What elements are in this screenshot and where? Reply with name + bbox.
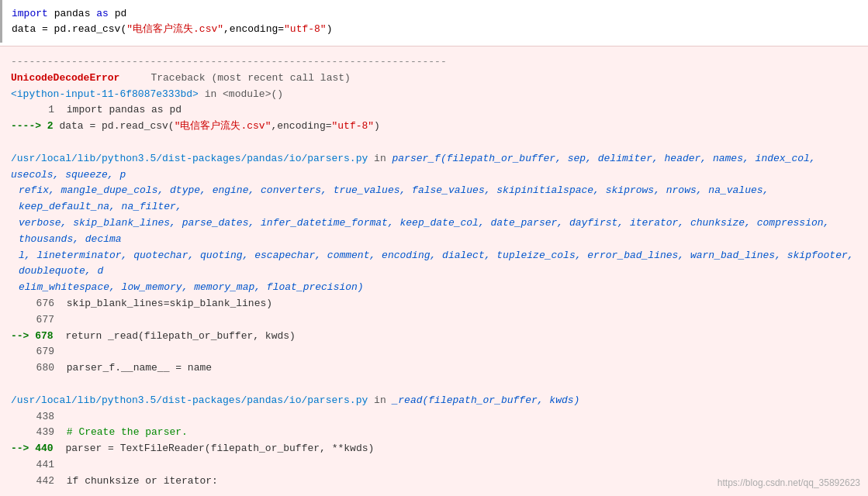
error-type: UnicodeDecodeError (11, 71, 119, 87)
file1-params-text4: elim_whitespace, low_memory, memory_map,… (19, 281, 364, 293)
code-text-2: pd (115, 8, 127, 19)
error-cell: ----------------------------------------… (0, 46, 868, 496)
code-text-3: data = pd.read_csv( (12, 23, 126, 35)
file1-params-text: refix, mangle_dupe_cols, dtype, engine, … (19, 184, 769, 212)
ln678-code: return _read(filepath_or_buffer, kwds) (65, 330, 295, 342)
file1-params-text3: l, lineterminator, quotechar, quoting, e… (19, 250, 854, 277)
string-enc: "utf-8" (284, 23, 327, 35)
ln442-code: if chunksize or iterator: (67, 475, 218, 487)
ln678-arrow: --> 678 (11, 330, 54, 342)
ln677: 677 (23, 312, 54, 329)
file1-params3: l, lineterminator, quotechar, quoting, e… (19, 248, 857, 281)
file1-680: 680 parser_f.__name__ = name (23, 360, 857, 377)
ln2-code: data = pd.read_csv("电信客户流失.csv",encoding… (59, 120, 379, 132)
ln440-arrow: --> 440 (11, 443, 54, 454)
keyword-import: import (12, 8, 48, 19)
code-text-4: ,encoding= (223, 23, 284, 35)
ln680: 680 (23, 360, 54, 377)
divider: ----------------------------------------… (11, 54, 857, 71)
ln439-code: # Create the parser. (67, 426, 188, 438)
traceback-label: Traceback (most recent call last) (150, 71, 350, 87)
code-text-5: ) (327, 23, 333, 35)
file1-ref: /usr/local/lib/python3.5/dist-packages/p… (11, 151, 857, 184)
tb-line2: ----> 2 data = pd.read_csv("电信客户流失.csv",… (11, 119, 857, 135)
ln440-code: parser = TextFileReader(filepath_or_buff… (65, 443, 374, 454)
error-header-line: UnicodeDecodeError Traceback (most recen… (11, 71, 857, 87)
ln676: 676 (23, 296, 54, 312)
tb-line1: 1 import pandas as pd (23, 102, 857, 119)
file2-438: 438 (23, 409, 857, 425)
input-ref-line: <ipython-input-11-6f8087e333bd> in <modu… (11, 87, 857, 103)
ln1-code: import pandas as pd (67, 104, 182, 115)
ln680-code: parser_f.__name__ = name (67, 362, 212, 374)
file1-params4: elim_whitespace, low_memory, memory_map,… (19, 280, 857, 296)
keyword-as: as (96, 8, 109, 19)
input-cell: import pandas as pd data = pd.read_csv("… (0, 0, 868, 43)
file1-path: /usr/local/lib/python3.5/dist-packages/p… (11, 153, 368, 164)
file1-params2: verbose, skip_blank_lines, parse_dates, … (19, 215, 857, 248)
file2-func: _read(filepath_or_buffer, kwds) (393, 394, 580, 406)
ln679: 679 (23, 344, 54, 360)
divider-line: ----------------------------------------… (11, 56, 447, 67)
file1-676: 676 skip_blank_lines=skip_blank_lines) (23, 296, 857, 312)
file1-params-text2: verbose, skip_blank_lines, parse_dates, … (19, 217, 829, 245)
input-ref: <ipython-input-11-6f8087e333bd> (11, 88, 199, 100)
file1-677: 677 (23, 312, 857, 329)
input-line-1: import pandas as pd (12, 6, 859, 22)
file2-ref: /usr/local/lib/python3.5/dist-packages/p… (11, 393, 857, 409)
file1-678: --> 678 return _read(filepath_or_buffer,… (11, 329, 857, 345)
file2-in: in (374, 394, 392, 406)
string-csv: "电信客户流失.csv" (126, 23, 223, 35)
file2-441: 441 (23, 457, 857, 474)
ln442: 442 (23, 474, 54, 490)
code-text-1: pandas (54, 8, 97, 19)
input-line-2: data = pd.read_csv("电信客户流失.csv",encoding… (12, 22, 859, 37)
ln1: 1 (23, 102, 54, 119)
ln438: 438 (23, 409, 54, 425)
file1-in: in (374, 153, 392, 164)
ln441: 441 (23, 457, 54, 474)
in-module: in <module>() (205, 88, 283, 100)
ln676-code: skip_blank_lines=skip_blank_lines) (67, 298, 272, 309)
file2-path: /usr/local/lib/python3.5/dist-packages/p… (11, 394, 368, 406)
file2-440: --> 440 parser = TextFileReader(filepath… (11, 441, 857, 457)
file1-679: 679 (23, 344, 857, 360)
watermark: https://blog.csdn.net/qq_35892623 (718, 477, 860, 488)
file2-439: 439 # Create the parser. (23, 425, 857, 441)
ln2-arrow: ----> 2 (11, 120, 54, 132)
ln439: 439 (23, 425, 54, 441)
file1-params: refix, mangle_dupe_cols, dtype, engine, … (19, 183, 857, 215)
